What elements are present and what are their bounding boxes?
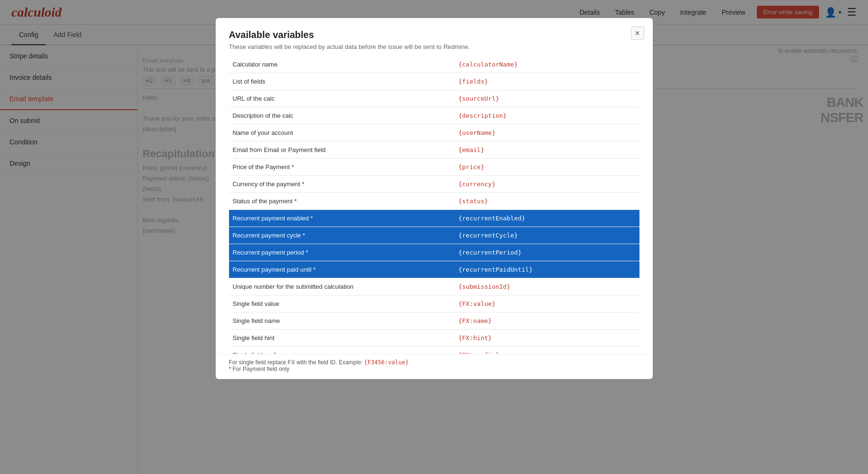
modal-header: Available variables These variables will… [216,18,653,56]
table-row: List of fields{fields} [229,73,639,90]
variable-code: {FX:prefix} [455,347,639,354]
variable-code: {FX:name} [455,313,639,330]
table-row: Currency of the payment *{currency} [229,176,639,193]
modal-body[interactable]: Calculator name{calculatorName}List of f… [216,56,653,354]
table-row: Single field value{FX:value} [229,295,639,313]
variable-label: Unique number for the submitted calculat… [229,278,455,295]
variable-code: {sourceUrl} [455,90,639,107]
table-row: Single field prefix{FX:prefix} [229,347,639,354]
variable-code: {status} [455,193,639,210]
table-row: Recurrent payment cycle *{recurrentCycle… [229,227,639,244]
table-row: Description of the calc{description} [229,107,639,124]
modal-footer: For single field replace FX with the fie… [216,354,653,379]
table-row: URL of the calc{sourceUrl} [229,90,639,107]
variable-code: {email} [455,142,639,159]
variable-label: Recurrent payment enabled * [229,210,455,227]
table-row: Price of the Payment *{price} [229,159,639,176]
variable-code: {price} [455,159,639,176]
table-row: Calculator name{calculatorName} [229,56,639,73]
variable-code: {recurrentPeriod} [455,244,639,261]
variable-code: {userName} [455,124,639,142]
variable-label: Description of the calc [229,107,455,124]
variable-code: {recurrentPaidUntil} [455,261,639,278]
variable-code: {FX:hint} [455,330,639,347]
variable-code: {recurrentEnabled} [455,210,639,227]
variable-label: Single field value [229,295,455,313]
modal-subtitle: These variables will be replaced by actu… [229,43,639,50]
variable-label: Recurrent payment period * [229,244,455,261]
footer-line1: For single field replace FX with the fie… [229,359,362,366]
variable-label: Email from Email or Payment field [229,142,455,159]
variable-code: {description} [455,107,639,124]
table-row: Name of your account{userName} [229,124,639,142]
variable-code: {calculatorName} [455,56,639,73]
variable-label: Calculator name [229,56,455,73]
table-row: Single field name{FX:name} [229,313,639,330]
modal-close-button[interactable]: × [631,27,644,40]
footer-example: {F3456:value} [364,359,409,366]
variable-code: {currency} [455,176,639,193]
table-row: Recurrent payment enabled *{recurrentEna… [229,210,639,227]
variable-code: {fields} [455,73,639,90]
variable-label: Name of your account [229,124,455,142]
variable-code: {FX:value} [455,295,639,313]
table-row: Status of the payment *{status} [229,193,639,210]
table-row: Email from Email or Payment field{email} [229,142,639,159]
variable-code: {recurrentCycle} [455,227,639,244]
modal-title: Available variables [229,29,639,40]
table-row: Single field hint{FX:hint} [229,330,639,347]
table-row: Unique number for the submitted calculat… [229,278,639,295]
variable-label: Currency of the payment * [229,176,455,193]
variable-label: Price of the Payment * [229,159,455,176]
variable-label: URL of the calc [229,90,455,107]
table-row: Recurrent payment period *{recurrentPeri… [229,244,639,261]
variable-label: Single field name [229,313,455,330]
variable-code: {submissionId} [455,278,639,295]
table-row: Recurrent payment paid until *{recurrent… [229,261,639,278]
available-variables-modal: Available variables These variables will… [216,18,653,379]
variable-label: Status of the payment * [229,193,455,210]
footer-line2: * For Payment field only [229,366,289,372]
variable-label: List of fields [229,73,455,90]
variable-label: Recurrent payment cycle * [229,227,455,244]
variable-label: Single field hint [229,330,455,347]
variables-table: Calculator name{calculatorName}List of f… [229,56,639,354]
variable-label: Single field prefix [229,347,455,354]
variable-label: Recurrent payment paid until * [229,261,455,278]
